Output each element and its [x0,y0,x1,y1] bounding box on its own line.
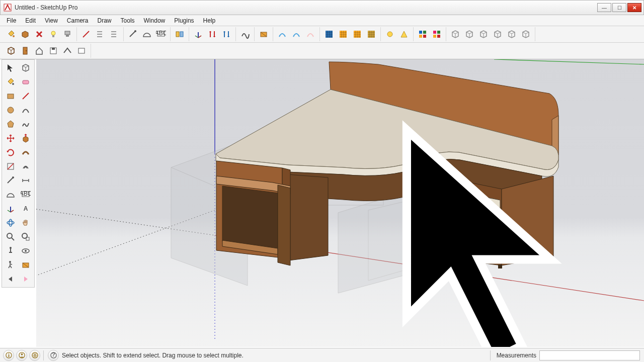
tri-y-icon [399,29,409,39]
tb-flip-rb2[interactable] [220,28,233,41]
menu-file[interactable]: File [2,16,21,26]
tb-grid-c1[interactable] [416,28,429,41]
tb-axes[interactable] [192,28,205,41]
tool-tape[interactable] [3,173,18,188]
rope-icon [240,29,250,39]
tool-scale[interactable] [3,159,18,173]
tb-model[interactable] [5,44,18,57]
svg-point-44 [10,247,12,249]
tool-next-view[interactable] [18,272,33,286]
tb-rope[interactable] [238,28,252,41]
tb-hatch3[interactable] [351,28,364,41]
tool-zoom-window[interactable] [18,230,33,244]
tb-hatch4[interactable] [365,28,378,41]
tb-door[interactable] [19,44,32,57]
tb-wall[interactable] [75,44,88,57]
sb-help-button[interactable]: ? [48,350,59,361]
tool-pan[interactable] [18,216,33,230]
tb-section[interactable] [257,28,270,41]
tb-indent[interactable] [108,28,121,41]
tb-curve2[interactable] [290,28,303,41]
tb-protractor[interactable] [140,28,153,41]
sb-info-button-3[interactable] [29,350,40,361]
tb-paint[interactable] [5,28,18,41]
tool-component[interactable] [18,61,33,75]
menu-camera[interactable]: Camera [62,16,93,26]
tool-text-tool[interactable]: ABC [18,188,33,202]
menu-view[interactable]: View [40,16,62,26]
tool-look-around[interactable] [18,244,33,258]
tool-position-camera[interactable] [3,244,18,258]
tool-prev-view[interactable] [3,272,18,286]
tb-curve1[interactable] [276,28,289,41]
tool-line[interactable] [18,89,33,103]
tb-house[interactable] [33,44,46,57]
measurements-input[interactable] [539,350,640,360]
svg-point-6 [134,30,136,32]
menu-tools[interactable]: Tools [116,16,139,26]
menu-plugins[interactable]: Plugins [170,16,198,26]
tb-stamp[interactable] [61,28,74,41]
tb-delete[interactable] [33,28,46,41]
tb-box2[interactable] [463,28,476,41]
box1-icon [450,29,460,39]
tool-pushpull[interactable] [18,131,33,145]
minimize-button[interactable]: — [597,3,611,12]
tb-dot-y[interactable] [383,28,396,41]
tb-box1[interactable] [449,28,462,41]
svg-rect-20 [423,35,426,38]
tool-eraser[interactable] [18,75,33,89]
tb-hatch2[interactable] [337,28,350,41]
tb-box6[interactable] [519,28,532,41]
tb-box4[interactable] [491,28,504,41]
tool-rotate[interactable] [3,145,18,159]
menu-edit[interactable]: Edit [21,16,40,26]
sb-info-button-1[interactable] [3,350,14,361]
menu-draw[interactable]: Draw [93,16,116,26]
tool-arc[interactable] [18,103,33,117]
tool-rectangle[interactable] [3,89,18,103]
tb-tri-y[interactable] [397,28,411,41]
tool-zoom[interactable] [3,230,18,244]
maximize-button[interactable]: ☐ [612,3,626,12]
tool-followme[interactable] [18,145,33,159]
tb-light[interactable] [47,28,60,41]
tool-dimension[interactable] [18,173,33,188]
menu-help[interactable]: Help [199,16,220,26]
tb-box3[interactable] [477,28,490,41]
tb-curve3[interactable] [304,28,317,41]
tool-paint-bucket[interactable] [3,75,18,89]
curve1-icon [277,29,287,39]
svg-point-39 [7,221,14,224]
tool-move[interactable] [3,131,18,145]
tool-polygon[interactable] [3,117,18,131]
tool-walk[interactable] [3,258,18,272]
tool-protractor[interactable] [3,188,18,202]
tb-box5[interactable] [505,28,518,41]
tool-orbit[interactable] [3,216,18,230]
tb-hatch1[interactable] [323,28,336,41]
tool-select[interactable] [3,61,18,75]
menu-window[interactable]: Window [139,16,170,26]
svg-point-40 [9,219,12,226]
viewport-3d[interactable] [36,59,644,347]
tb-text[interactable]: ABC [154,28,168,41]
tool-freehand[interactable] [18,117,33,131]
tb-save[interactable] [47,44,60,57]
tb-mirror[interactable] [173,28,186,41]
tool-section-plane[interactable] [18,258,33,272]
tool-3dtext[interactable]: A [18,202,33,216]
tb-roof[interactable] [61,44,74,57]
tool-axes-tool[interactable] [3,202,18,216]
tb-flip-rb[interactable] [206,28,219,41]
tb-measure[interactable] [126,28,139,41]
tb-outdent[interactable] [94,28,107,41]
tb-outliner[interactable] [79,28,93,41]
close-button[interactable]: ✕ [627,3,641,12]
tb-face-style[interactable] [19,28,32,41]
svg-rect-5 [66,35,69,37]
sb-info-button-2[interactable] [16,350,27,361]
tool-circle[interactable] [3,103,18,117]
tb-grid-c2[interactable] [430,28,443,41]
tool-offset[interactable] [18,159,33,173]
